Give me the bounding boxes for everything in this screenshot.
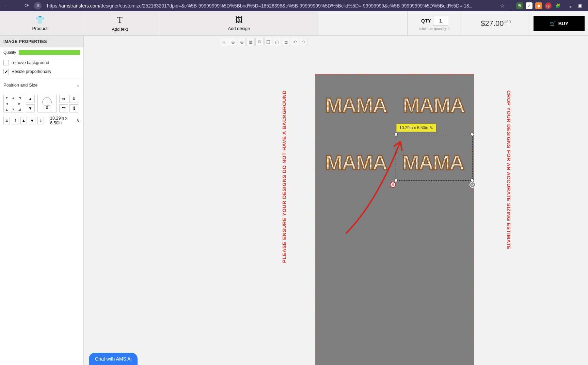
qty-label: QTY [421,18,431,24]
grid-tool[interactable]: ▦ [247,38,255,46]
send-back-button[interactable]: ⤓ [37,117,44,124]
zoom-in-tool[interactable]: ⊕ [238,38,246,46]
product-button[interactable]: 👕 Product [0,11,80,35]
flip-horizontal-button[interactable]: ⮀ [59,104,68,112]
quality-meter [19,50,80,55]
checkbox-checked-icon [3,69,9,74]
mask-tool[interactable]: ▢ [273,38,281,46]
price-display: $27.00USD [462,11,530,35]
site-info-icon[interactable]: ⊞ [34,2,42,10]
browser-chrome: ← → ⟳ ⊞ https://amstransfers.com/designe… [0,0,588,11]
element-size-text[interactable]: 10.29in x 6.50in ✎ [50,116,80,125]
copy-tool[interactable]: ❐ [264,38,272,46]
bring-forward-button[interactable]: ▲ [20,117,27,124]
fill-tool[interactable]: ◬ [220,38,228,46]
ext-orange-icon[interactable]: ◆ [535,2,542,9]
left-warning-text: PLEASE ENSURE YOUR DESIGNS DO NOT HAVE A… [281,90,287,263]
rotate-handle[interactable]: ⟳ [470,182,476,188]
extensions-tray: ⛨ ✓ ◆ g. 🧩 ⭳ ▣ [513,2,586,9]
layers-tool[interactable]: ≣ [282,38,290,46]
layers-button[interactable]: ≡ [3,117,10,124]
remove-background-checkbox[interactable]: remove background [3,58,80,67]
svg-text:MAMA: MAMA [325,151,387,174]
reload-button[interactable]: ⟳ [22,2,31,10]
chevron-down-icon: ⌄ [76,82,80,88]
app-toolbar: 👕 Product T Add text 🖼 Add design QTY mi… [0,11,588,36]
extensions-puzzle-icon[interactable]: 🧩 [554,2,561,9]
design-instance[interactable]: MAMA [318,83,394,132]
panel-title: IMAGE PROPERTIES [0,36,83,47]
nudge-pad[interactable]: ◤▲◥ ◀▶ ◣▼◢ [3,95,23,112]
redo-tool[interactable]: ↷ [300,38,308,46]
checkbox-unchecked-icon [3,60,9,65]
back-button[interactable]: ← [2,2,10,10]
ext-ublock-icon[interactable]: ⛨ [516,2,523,9]
undo-tool[interactable]: ↶ [291,38,299,46]
flip-vertical-button[interactable]: ⮁ [69,104,78,112]
resize-proportionally-checkbox[interactable]: Resize proportionally [3,67,80,76]
design-instance[interactable]: MAMA [318,140,394,189]
quality-label: Quality [3,50,16,55]
duplicate-tool[interactable]: ⧉ [255,38,264,46]
send-backward-button[interactable]: ▼ [29,117,35,124]
position-size-accordion[interactable]: Position and Size ⌄ [0,79,83,91]
min-qty-text: minimum quantity: 1 [419,27,450,31]
delete-element-button[interactable]: ✕ [390,182,396,188]
edit-size-icon: ✎ [76,118,80,123]
buy-button[interactable]: 🛒 BUY [534,16,585,31]
canvas-mini-toolbar: ◬ ⊖ ⊕ ▦ ⧉ ❐ ▢ ≣ ↶ ↷ [220,38,308,46]
download-icon[interactable]: ⭳ [567,2,574,9]
resize-handle-bl[interactable] [394,179,398,182]
quantity-box: QTY minimum quantity: 1 [408,11,462,35]
address-bar[interactable]: https://amstransfers.com/designer/custom… [45,3,496,9]
edit-icon: ✎ [430,125,433,130]
qty-input[interactable] [433,16,448,26]
properties-sidebar: IMAGE PROPERTIES Quality remove backgrou… [0,36,84,365]
svg-text:MAMA: MAMA [403,93,465,117]
artboard[interactable]: MAMA MAMA MAMA MAMA MAMA [315,74,474,365]
dimension-badge[interactable]: 10.29in x 6.50in ✎ [396,124,436,132]
svg-text:MAMA: MAMA [325,93,387,117]
resize-handle-tr[interactable] [471,133,474,136]
ext-check-icon[interactable]: ✓ [526,2,533,9]
nudge-down-button[interactable]: ▼ [26,104,35,112]
bookmark-star-icon[interactable]: ☆ [498,2,506,10]
panel-toggle-icon[interactable]: ▣ [576,2,583,9]
tshirt-icon: 👕 [35,16,45,25]
rotation-dial[interactable]: 0 [37,95,57,112]
nudge-up-button[interactable]: ▲ [26,95,35,103]
center-vertical-button[interactable]: ⇕ [69,95,78,103]
center-horizontal-button[interactable]: ⇔ [59,95,68,103]
add-text-button[interactable]: T Add text [80,11,160,35]
add-design-button[interactable]: 🖼 Add design [160,11,318,35]
image-icon: 🖼 [235,16,243,25]
ext-g-icon[interactable]: g. [545,2,552,9]
canvas-area[interactable]: ◬ ⊖ ⊕ ▦ ⧉ ❐ ▢ ≣ ↶ ↷ PLEASE ENSURE YOUR D… [84,36,588,365]
right-warning-text: CROP YOUR DESIGNS FOR AN ACCURATE SIZING… [506,90,512,249]
forward-button[interactable]: → [12,2,20,10]
zoom-out-tool[interactable]: ⊖ [229,38,237,46]
resize-handle-tl[interactable] [394,133,398,136]
chat-widget-button[interactable]: Chat with AMS Ai [89,353,138,365]
bring-front-button[interactable]: ⤒ [12,117,18,124]
cart-icon: 🛒 [550,21,556,26]
selection-bounding-box[interactable]: ✕ ⟳ [396,134,473,181]
text-icon: T [117,15,123,25]
